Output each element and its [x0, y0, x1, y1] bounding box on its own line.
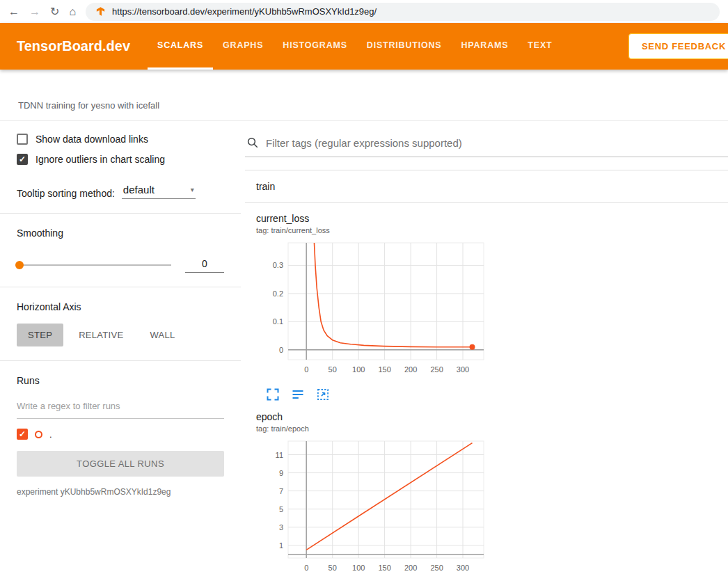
horizontal-axis-buttons: STEPRELATIVEWALL	[17, 324, 224, 346]
divider	[0, 213, 241, 214]
tooltip-sorting-select[interactable]: default ▾	[122, 183, 196, 199]
svg-text:200: 200	[404, 365, 417, 374]
smoothing-slider-thumb[interactable]	[15, 261, 24, 269]
chevron-down-icon: ▾	[191, 186, 194, 193]
smoothing-value-input[interactable]	[185, 257, 224, 273]
experiment-id-caption: experiment yKUbhb5wRmOSXYkId1z9eg	[17, 487, 224, 497]
tab-graphs[interactable]: GRAPHS	[213, 23, 273, 70]
filter-tags-input[interactable]	[266, 137, 728, 149]
search-icon	[246, 136, 259, 149]
reload-icon[interactable]: ↻	[50, 6, 59, 17]
chart-plot[interactable]: 05010015020025030000.10.20.3	[256, 239, 489, 378]
toggle-all-runs-button[interactable]: TOGGLE ALL RUNS	[17, 451, 224, 477]
tab-histograms[interactable]: HISTOGRAMS	[273, 23, 357, 70]
tensorboard-favicon	[95, 6, 106, 17]
svg-text:250: 250	[430, 564, 443, 572]
divider	[0, 287, 241, 287]
send-feedback-button[interactable]: SEND FEEDBACK	[628, 33, 728, 59]
svg-text:300: 300	[457, 365, 469, 374]
chart-actions	[256, 381, 489, 411]
chart-title: current_loss	[256, 213, 489, 224]
tab-distributions[interactable]: DISTRIBUTIONS	[357, 23, 452, 70]
train-section-card: train current_losstag: train/current_los…	[245, 170, 728, 574]
svg-text:100: 100	[352, 564, 365, 572]
run-list: .	[17, 429, 224, 440]
svg-text:1: 1	[279, 541, 283, 550]
tooltip-sorting-value: default	[123, 184, 155, 196]
run-row: .	[17, 429, 224, 440]
charts-grid: current_losstag: train/current_loss05010…	[245, 203, 728, 574]
axis-button-step[interactable]: STEP	[17, 324, 63, 346]
svg-text:0: 0	[279, 346, 283, 354]
tab-scalars[interactable]: SCALARS	[148, 23, 213, 70]
svg-text:7: 7	[279, 487, 283, 495]
chart-tag: tag: train/epoch	[256, 424, 489, 433]
svg-text:200: 200	[404, 564, 417, 572]
smoothing-label: Smoothing	[17, 228, 224, 239]
fit-domain-icon[interactable]	[316, 388, 330, 401]
svg-text:150: 150	[378, 564, 390, 572]
main-nav: SCALARSGRAPHSHISTOGRAMSDISTRIBUTIONSHPAR…	[148, 23, 562, 70]
run-checkbox[interactable]	[17, 429, 28, 440]
chart-plot[interactable]: 0501001502002503001357911	[256, 438, 489, 574]
home-icon[interactable]: ⌂	[69, 6, 76, 17]
chart-epoch: epochtag: train/epoch0501001502002503001…	[256, 411, 489, 574]
runs-label: Runs	[17, 375, 224, 386]
svg-text:0.3: 0.3	[273, 261, 283, 269]
run-name: .	[49, 429, 52, 440]
train-section-header[interactable]: train	[245, 170, 728, 203]
tab-text[interactable]: TEXT	[518, 23, 562, 70]
experiment-title: TDNN training for yesno with icefall	[18, 100, 159, 111]
horizontal-axis-label: Horizontal Axis	[17, 301, 224, 312]
scalars-panel: train current_losstag: train/current_los…	[241, 121, 728, 574]
smoothing-slider[interactable]	[17, 264, 171, 266]
forward-icon[interactable]: →	[29, 6, 40, 17]
runs-filter-input[interactable]	[17, 394, 224, 419]
run-data-icon[interactable]	[291, 388, 305, 401]
svg-text:150: 150	[378, 365, 390, 374]
axis-button-wall[interactable]: WALL	[139, 324, 186, 346]
axis-button-relative[interactable]: RELATIVE	[68, 324, 134, 346]
settings-sidebar: Show data download links Ignore outliers…	[0, 121, 241, 574]
svg-text:50: 50	[329, 365, 337, 374]
url-text: https://tensorboard.dev/experiment/yKUbh…	[112, 6, 377, 17]
chart-title: epoch	[256, 411, 489, 422]
svg-text:5: 5	[279, 505, 283, 513]
show-download-links-label: Show data download links	[35, 134, 148, 145]
svg-text:100: 100	[352, 365, 365, 374]
svg-text:250: 250	[430, 365, 443, 374]
svg-text:50: 50	[329, 564, 337, 572]
address-bar[interactable]: https://tensorboard.dev/experiment/yKUbh…	[86, 3, 720, 21]
svg-text:0: 0	[304, 564, 308, 572]
ignore-outliers-label: Ignore outliers in chart scaling	[35, 154, 165, 165]
divider	[0, 360, 241, 361]
filter-tags-row	[245, 131, 728, 157]
tooltip-sorting-label: Tooltip sorting method:	[17, 188, 115, 199]
expand-chart-icon[interactable]	[266, 388, 280, 401]
svg-text:0.2: 0.2	[273, 289, 283, 298]
chart-current_loss: current_losstag: train/current_loss05010…	[256, 213, 489, 411]
app-logo: TensorBoard.dev	[17, 23, 148, 70]
browser-chrome: ← → ↻ ⌂ https://tensorboard.dev/experime…	[0, 0, 728, 23]
run-color-swatch	[35, 431, 42, 438]
show-download-links-checkbox[interactable]	[17, 134, 28, 145]
svg-text:11: 11	[276, 451, 283, 459]
ignore-outliers-checkbox[interactable]	[17, 154, 28, 165]
app-header: TensorBoard.dev SCALARSGRAPHSHISTOGRAMSD…	[0, 23, 728, 70]
back-icon[interactable]: ←	[8, 6, 19, 17]
chart-tag: tag: train/current_loss	[256, 226, 489, 234]
svg-text:300: 300	[457, 564, 469, 572]
svg-text:0: 0	[304, 365, 308, 374]
svg-text:9: 9	[279, 469, 283, 477]
svg-text:0.1: 0.1	[273, 317, 283, 326]
experiment-title-band: TDNN training for yesno with icefall	[0, 70, 728, 120]
svg-text:3: 3	[279, 523, 283, 532]
tab-hparams[interactable]: HPARAMS	[451, 23, 518, 70]
